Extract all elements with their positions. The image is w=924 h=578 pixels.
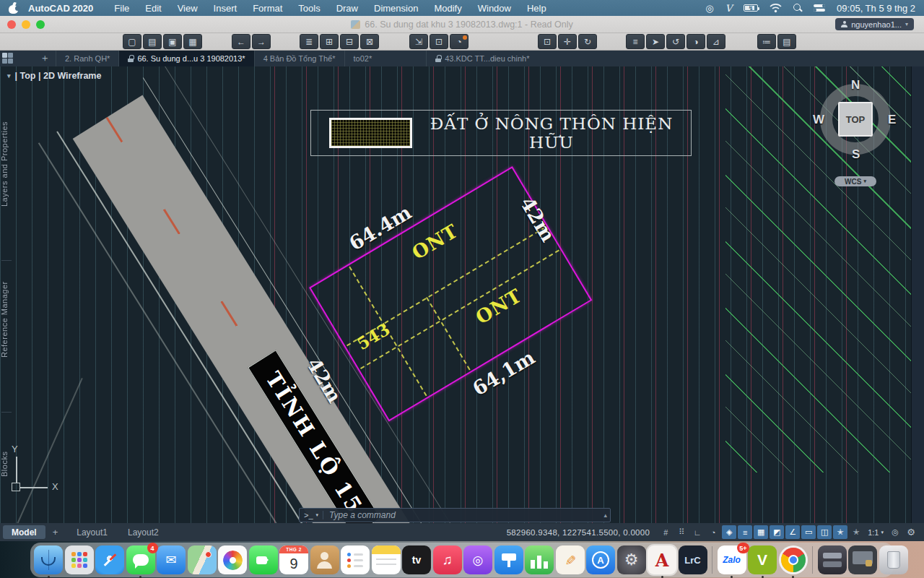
menu-tools[interactable]: Tools [290, 3, 328, 14]
measure-button[interactable]: ⊿ [707, 34, 725, 49]
annotation-visibility-toggle[interactable]: ✭ [833, 525, 847, 539]
dock-item-notes[interactable] [372, 545, 401, 574]
dynamic-input-toggle[interactable]: ▭ [801, 525, 816, 539]
dock-item-apple-tv[interactable]: tv [402, 545, 431, 574]
model-space-viewport[interactable]: TỈNH LỘ 15 ĐẤT Ở NÔNG THÔN HIỆN HỮU 64.4… [0, 66, 924, 523]
dock-item-podcasts[interactable]: ◎ [463, 545, 492, 574]
viewport-menu-icon[interactable]: ▾ [7, 72, 11, 79]
dock-item-display-app[interactable] [848, 545, 877, 574]
annotation-autoscale-toggle[interactable]: ✭ [849, 525, 863, 539]
save-as-button[interactable]: ▦ [183, 34, 202, 49]
print-preview-button[interactable]: ⊞ [320, 34, 339, 49]
dock-item-numbers[interactable] [525, 545, 554, 574]
menu-dimension[interactable]: Dimension [366, 3, 426, 14]
spotlight-search-icon[interactable] [793, 4, 802, 12]
viewport-view-label[interactable]: | Top | 2D Wireframe [15, 71, 102, 81]
render-button[interactable]: ◑ [687, 34, 705, 49]
dock-item-app-store[interactable]: A [586, 545, 615, 574]
dock-item-maps[interactable] [188, 545, 217, 574]
publish-button[interactable]: ⊠ [360, 34, 379, 49]
viewcube-south[interactable]: S [852, 147, 860, 162]
ortho-toggle[interactable]: ∟ [690, 525, 705, 539]
menu-help[interactable]: Help [519, 3, 554, 14]
redo-button[interactable]: → [252, 34, 271, 49]
new-drawing-tab-button[interactable]: ＋ [34, 51, 56, 66]
tab-su-dung-dat[interactable]: 66. Su dung d...u 3 19082013* [118, 51, 253, 66]
viewport-controls[interactable]: ▾ | Top | 2D Wireframe [7, 71, 101, 81]
lineweight-toggle[interactable]: ≡ [738, 525, 752, 539]
menu-format[interactable]: Format [245, 3, 290, 14]
dock-item-finder[interactable] [34, 545, 63, 574]
dock-item-trash[interactable] [879, 545, 908, 574]
command-options-icon[interactable]: ▴ [603, 512, 610, 519]
polar-tracking-toggle[interactable]: ◔ [706, 525, 720, 539]
menu-view[interactable]: View [170, 3, 206, 14]
viewcube-east[interactable]: E [888, 113, 896, 127]
undo-button[interactable]: ← [232, 34, 250, 49]
creative-cloud-icon[interactable]: ◎ [705, 2, 713, 14]
customization-gear-button[interactable]: ⚙ [904, 525, 918, 539]
tab-ranh-qh[interactable]: 2. Ranh QH* [56, 51, 118, 66]
dock-item-autocad[interactable]: A [648, 545, 676, 574]
layout2-tab[interactable]: Layout2 [119, 525, 167, 539]
dock-item-pages[interactable]: ✎ [556, 545, 585, 574]
control-center-icon[interactable] [814, 4, 825, 12]
menu-modify[interactable]: Modify [426, 3, 469, 14]
match-properties-button[interactable]: ➤ [646, 34, 665, 49]
menu-insert[interactable]: Insert [206, 3, 245, 14]
dock-item-mail[interactable]: ✉ [157, 545, 186, 574]
annotation-scale-button[interactable]: 1:1 ▾ [865, 528, 886, 537]
pan-button[interactable]: ✛ [558, 34, 577, 49]
menu-bar-clock[interactable]: 09:05, Th 5 9 thg 2 [837, 3, 915, 14]
command-line[interactable]: >_ ▾ Type a command ▴ [299, 508, 611, 522]
dock-item-launchpad[interactable] [65, 545, 94, 574]
dock-item-system-preferences[interactable]: ⚙ [617, 545, 646, 574]
viewcube-top-face[interactable]: TOP [838, 102, 873, 137]
legend-box[interactable]: ĐẤT Ở NÔNG THÔN HIỆN HỮU [310, 110, 692, 156]
apple-menu-icon[interactable] [9, 3, 18, 14]
dock-item-music[interactable]: ♫ [433, 545, 462, 574]
dock-item-lightroom[interactable]: LrC [679, 545, 707, 574]
layout1-tab[interactable]: Layout1 [68, 525, 116, 539]
layer-states-button[interactable]: ▤ [777, 34, 796, 49]
dock-item-keynote[interactable] [494, 545, 523, 574]
tab-to02[interactable]: to02* [344, 51, 394, 66]
selection-cycling-toggle[interactable]: ◩ [770, 525, 784, 539]
open-button[interactable]: ▤ [143, 34, 162, 49]
wifi-icon[interactable] [770, 2, 782, 14]
regen-button[interactable]: ↺ [666, 34, 685, 49]
tab-overview-icon[interactable] [2, 53, 14, 64]
v-app-icon[interactable]: V [725, 2, 732, 14]
angle-snap-toggle[interactable]: ∠ [785, 525, 800, 539]
menu-window[interactable]: Window [470, 3, 519, 14]
viewcube-west[interactable]: W [813, 113, 824, 127]
dock-item-calendar[interactable]: THG 2 9 [279, 545, 308, 574]
properties-button[interactable]: ≡ [626, 34, 645, 49]
dock-item-safari[interactable] [95, 545, 124, 574]
grid-toggle[interactable]: # [658, 525, 673, 539]
tab-kdc-tt[interactable]: 43.KDC TT...dieu chinh* [426, 51, 538, 66]
print-button[interactable]: ≣ [300, 34, 318, 49]
dock-item-facetime[interactable] [249, 545, 278, 574]
parcel-division-line[interactable] [426, 297, 471, 371]
zoom-window-button[interactable]: ⊡ [538, 34, 557, 49]
dock-item-zalo[interactable]: Zalo5+ [718, 545, 746, 574]
battery-icon[interactable]: ↯ [744, 4, 758, 12]
dock-item-drive[interactable] [818, 545, 847, 574]
menu-file[interactable]: File [106, 3, 137, 14]
add-layout-button[interactable]: + [45, 527, 66, 538]
plot-button[interactable]: ⊟ [340, 34, 359, 49]
dock-item-reminders[interactable] [341, 545, 370, 574]
panel-tab-layers-properties[interactable]: Layers and Properties [0, 81, 13, 247]
object-snap-toggle[interactable]: ◈ [722, 525, 736, 539]
wcs-selector[interactable]: WCS ▾ [834, 176, 876, 186]
save-button[interactable]: ▣ [163, 34, 182, 49]
isolate-objects-button[interactable]: ◎ [888, 525, 902, 539]
viewcube-north[interactable]: N [851, 78, 860, 92]
command-input[interactable]: Type a command [323, 510, 603, 520]
etransmit-button[interactable]: ⊡ [430, 34, 448, 49]
tab-ban-do-tong-the[interactable]: 4 Bản Đồ Tổng Thể* [254, 51, 344, 66]
dock-item-chrome[interactable] [779, 545, 808, 574]
parcel-number[interactable]: 543 [354, 319, 393, 354]
export-button[interactable]: ⇲ [409, 34, 428, 49]
